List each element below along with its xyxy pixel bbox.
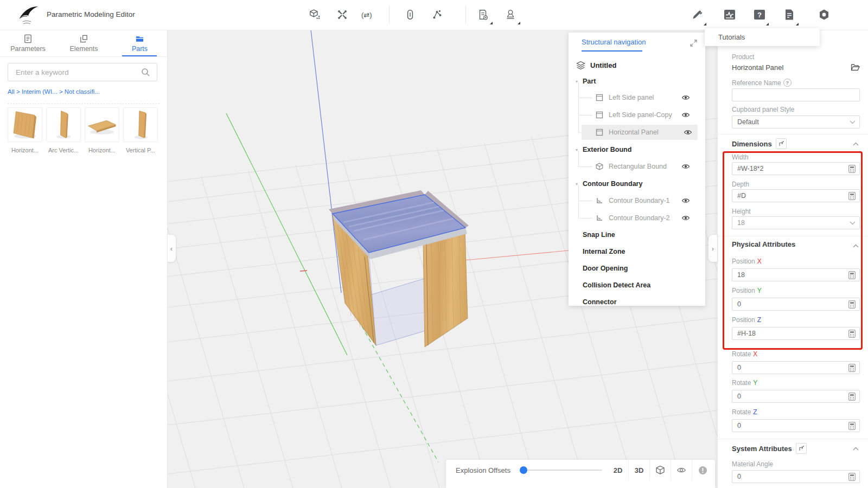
search-box[interactable] bbox=[8, 63, 157, 81]
search-icon[interactable] bbox=[141, 67, 150, 77]
height-select[interactable]: 18 bbox=[732, 216, 860, 229]
help-icon[interactable]: ? bbox=[754, 9, 765, 21]
nav-item-untitled[interactable]: Untitled bbox=[569, 57, 705, 73]
link-parameter-icon[interactable] bbox=[796, 443, 807, 454]
position-z-field[interactable]: #H-18 bbox=[732, 327, 860, 340]
calculator-icon[interactable] bbox=[848, 165, 856, 173]
nav-group-contour-boundary[interactable]: ▾ Contour Boundary bbox=[569, 176, 705, 191]
pencil-icon[interactable] bbox=[691, 9, 703, 21]
rotate-x-field[interactable]: 0 bbox=[732, 361, 860, 374]
visibility-eye-icon[interactable] bbox=[681, 111, 690, 119]
chevron-up-icon[interactable] bbox=[853, 447, 859, 451]
structural-navigation-tab[interactable]: Structural navigation bbox=[582, 38, 646, 46]
breadcrumb-interim[interactable]: Interim (WI... bbox=[22, 88, 58, 95]
calculator-icon[interactable] bbox=[848, 330, 856, 338]
chevron-up-icon[interactable] bbox=[853, 244, 859, 248]
nav-item-contour-boundary-1[interactable]: Contour Boundary-1 bbox=[569, 193, 705, 208]
view-3d-button[interactable]: 3D bbox=[628, 460, 649, 480]
expand-panel-icon[interactable] bbox=[690, 39, 698, 47]
nav-item-left-side-panel-copy[interactable]: Left Side panel-Copy bbox=[569, 107, 705, 123]
tab-parameters[interactable]: Parameters bbox=[0, 30, 56, 56]
stamp-icon[interactable] bbox=[505, 9, 516, 21]
nav-item-contour-boundary-2[interactable]: Contour Boundary-2 bbox=[569, 210, 705, 226]
tree-caret-icon[interactable]: ▾ bbox=[576, 79, 578, 84]
reference-name-input[interactable] bbox=[737, 91, 837, 99]
visibility-eye-icon[interactable] bbox=[681, 214, 690, 222]
nav-group-part[interactable]: ▾ Part bbox=[569, 74, 705, 89]
part-thumbnail-horizontal-flat[interactable] bbox=[85, 107, 119, 142]
nav-group-exterior-bound[interactable]: ▾ Exterior Bound bbox=[569, 142, 705, 157]
breadcrumb-not-classified[interactable]: Not classifi... bbox=[65, 88, 100, 95]
calculator-icon[interactable] bbox=[848, 271, 856, 279]
calculator-icon[interactable] bbox=[848, 192, 856, 200]
nav-group-internal-zone[interactable]: Internal Zone bbox=[569, 244, 705, 259]
dimensions-header[interactable]: Dimensions bbox=[732, 138, 787, 149]
link-icon[interactable] bbox=[404, 9, 416, 21]
nav-item-left-side-panel[interactable]: Left Side panel bbox=[569, 90, 705, 105]
view-2d-button[interactable]: 2D bbox=[608, 460, 628, 480]
explosion-offsets-slider[interactable] bbox=[521, 466, 602, 474]
nav-item-horizontal-panel-selected[interactable]: Horizontal Panel bbox=[582, 125, 698, 140]
link-parameter-icon[interactable] bbox=[776, 138, 787, 149]
open-folder-icon[interactable] bbox=[851, 63, 860, 72]
nav-group-snap-line[interactable]: Snap Line bbox=[569, 227, 705, 242]
physical-attributes-header[interactable]: Physical Attributes bbox=[732, 240, 795, 248]
model-cube-icon[interactable] bbox=[309, 9, 321, 21]
dropdown-caret[interactable] bbox=[490, 22, 493, 24]
part-thumbnail-vertical[interactable] bbox=[123, 107, 158, 142]
dropdown-caret[interactable] bbox=[518, 22, 520, 24]
tab-elements[interactable]: Elements bbox=[56, 30, 112, 56]
share-nodes-icon[interactable] bbox=[431, 9, 443, 21]
reference-name-field[interactable] bbox=[732, 88, 860, 101]
help-circle-icon[interactable]: ? bbox=[783, 79, 792, 87]
slider-track[interactable] bbox=[521, 470, 602, 471]
nav-group-collision-detect-area[interactable]: Collision Detect Area bbox=[569, 278, 705, 293]
document-new-icon[interactable] bbox=[477, 9, 489, 21]
cupboard-style-select[interactable]: Default bbox=[732, 115, 860, 129]
warning-button[interactable] bbox=[692, 460, 713, 480]
rotate-z-field[interactable]: 0 bbox=[732, 419, 860, 432]
nav-group-connector[interactable]: Connector bbox=[569, 294, 705, 306]
slider-knob[interactable] bbox=[520, 466, 527, 474]
tab-parts[interactable]: Parts bbox=[112, 30, 168, 56]
tree-caret-icon[interactable]: ▾ bbox=[576, 147, 578, 152]
swap-icon[interactable]: (⇄) bbox=[361, 11, 379, 23]
visibility-eye-icon[interactable] bbox=[681, 196, 690, 205]
nav-group-door-opening[interactable]: Door Opening bbox=[569, 261, 705, 276]
material-angle-field[interactable]: 0 bbox=[732, 470, 860, 483]
dropdown-caret[interactable] bbox=[796, 23, 799, 25]
breadcrumb-all[interactable]: All bbox=[8, 88, 15, 95]
visibility-eye-icon[interactable] bbox=[681, 93, 690, 102]
search-input[interactable] bbox=[15, 68, 141, 77]
rotate-y-field[interactable]: 0 bbox=[732, 390, 860, 403]
depth-field[interactable]: #D bbox=[732, 189, 860, 202]
calculator-icon[interactable] bbox=[848, 364, 856, 372]
pattern-icon[interactable] bbox=[336, 9, 348, 21]
calculator-icon[interactable] bbox=[848, 422, 856, 430]
visibility-eye-icon[interactable] bbox=[684, 128, 692, 137]
calculator-icon[interactable] bbox=[848, 300, 856, 309]
part-thumbnail-arc-vertical[interactable] bbox=[46, 107, 81, 142]
system-attributes-header[interactable]: System Attributes bbox=[732, 443, 807, 454]
visibility-button[interactable] bbox=[671, 460, 692, 480]
expand-right-panel-handle[interactable]: › bbox=[709, 235, 717, 262]
nav-item-rectangular-bound[interactable]: Rectangular Bound bbox=[569, 159, 705, 174]
tutorials-menu-item[interactable]: Tutorials bbox=[705, 28, 820, 46]
width-field[interactable]: #W-18*2 bbox=[732, 162, 860, 175]
visibility-eye-icon[interactable] bbox=[681, 162, 690, 171]
document-icon[interactable] bbox=[783, 9, 795, 21]
tree-caret-icon[interactable]: ▾ bbox=[576, 182, 578, 187]
chevron-up-icon[interactable] bbox=[853, 142, 859, 146]
dropdown-caret[interactable] bbox=[704, 23, 706, 25]
position-x-field[interactable]: 18 bbox=[732, 268, 860, 281]
isometric-cube-button[interactable] bbox=[649, 460, 671, 480]
position-y-field[interactable]: 0 bbox=[732, 298, 860, 311]
position-x-label: PositionX bbox=[732, 258, 762, 265]
calculator-icon[interactable] bbox=[848, 393, 856, 401]
part-thumbnail-horizontal[interactable] bbox=[8, 107, 42, 142]
collapse-left-panel-handle[interactable]: ‹ bbox=[167, 235, 176, 262]
dropdown-caret[interactable] bbox=[766, 23, 769, 25]
activity-icon[interactable] bbox=[724, 9, 736, 21]
settings-icon[interactable] bbox=[818, 9, 830, 21]
calculator-icon[interactable] bbox=[848, 473, 856, 481]
